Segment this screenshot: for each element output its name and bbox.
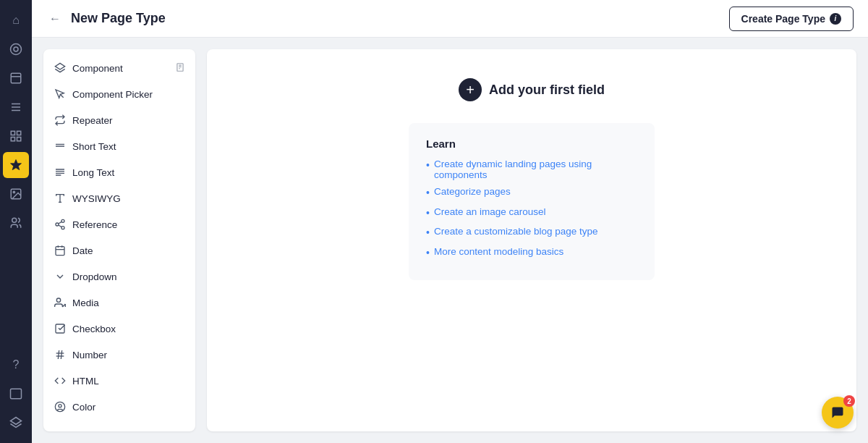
learn-links-list: Create dynamic landing pages using compo… — [426, 159, 637, 260]
svg-rect-34 — [56, 247, 64, 256]
svg-point-12 — [13, 191, 14, 193]
add-field-text: Add your first field — [489, 83, 605, 98]
html-icon — [54, 374, 67, 387]
content-area: Component Component Picker Repeater — [32, 38, 868, 443]
checkbox-icon — [54, 322, 67, 335]
short-text-label: Short Text — [72, 141, 185, 152]
learn-box: Learn Create dynamic landing pages using… — [409, 123, 655, 280]
panel-item-html[interactable]: HTML — [43, 368, 195, 394]
learn-link-2-anchor[interactable]: Categorize pages — [434, 186, 511, 197]
svg-line-33 — [59, 222, 62, 224]
info-icon[interactable]: i — [830, 13, 841, 25]
learn-link-4[interactable]: Create a customizable blog page type — [426, 226, 637, 240]
component-picker-icon — [54, 88, 67, 101]
html-label: HTML — [72, 376, 185, 387]
repeater-label: Repeater — [72, 115, 185, 126]
svg-point-29 — [61, 219, 64, 222]
add-field-plus-icon: + — [459, 78, 482, 101]
svg-marker-15 — [11, 418, 22, 425]
component-picker-label: Component Picker — [72, 89, 185, 100]
panel-item-dropdown[interactable]: Dropdown — [43, 263, 195, 290]
back-button[interactable]: ← — [46, 9, 64, 28]
canvas: + Add your first field Learn Create dyna… — [207, 49, 856, 431]
chat-icon — [830, 405, 845, 420]
add-first-field[interactable]: + Add your first field — [459, 78, 605, 101]
checkbox-label: Checkbox — [72, 324, 185, 334]
color-label: Color — [72, 402, 185, 413]
chat-bubble[interactable]: 2 — [822, 397, 854, 429]
nav-layers[interactable] — [3, 410, 29, 436]
svg-point-30 — [56, 223, 59, 226]
svg-line-32 — [59, 225, 62, 227]
component-right-icon — [175, 62, 185, 75]
learn-link-5[interactable]: More content modeling basics — [426, 246, 637, 261]
long-text-label: Long Text — [72, 167, 185, 178]
chat-badge: 2 — [843, 395, 855, 407]
nav-star[interactable] — [3, 152, 29, 178]
nav-content[interactable] — [3, 36, 29, 62]
create-btn-label: Create Page Type — [741, 13, 825, 25]
reference-label: Reference — [72, 219, 185, 230]
svg-point-45 — [59, 405, 61, 408]
component-label: Component — [72, 63, 169, 74]
main-area: ← New Page Type Create Page Type i Compo… — [32, 0, 868, 443]
nav-pages[interactable] — [3, 65, 29, 91]
learn-link-5-anchor[interactable]: More content modeling basics — [434, 246, 563, 257]
panel-item-media[interactable]: Media — [43, 290, 195, 316]
sidebar-nav: ⌂ ? — [0, 0, 32, 443]
panel-item-long-text[interactable]: Long Text — [43, 159, 195, 185]
learn-link-4-anchor[interactable]: Create a customizable blog page type — [434, 226, 598, 237]
wysiwyg-icon — [54, 192, 67, 205]
nav-users[interactable] — [3, 210, 29, 236]
panel-item-date[interactable]: Date — [43, 237, 195, 263]
panel-item-component[interactable]: Component — [43, 55, 195, 81]
wysiwyg-label: WYSIWYG — [72, 193, 185, 204]
panel-item-wysiwyg[interactable]: WYSIWYG — [43, 185, 195, 211]
nav-grid[interactable] — [3, 123, 29, 149]
svg-point-31 — [61, 227, 64, 229]
panel-item-component-picker[interactable]: Component Picker — [43, 81, 195, 107]
media-icon — [54, 296, 67, 309]
learn-link-2[interactable]: Categorize pages — [426, 186, 637, 201]
short-text-icon — [54, 140, 67, 153]
date-label: Date — [72, 245, 185, 256]
panel-item-number[interactable]: Number — [43, 342, 195, 368]
component-panel: Component Component Picker Repeater — [43, 49, 195, 431]
create-page-type-button[interactable]: Create Page Type i — [729, 7, 854, 31]
svg-point-13 — [12, 218, 17, 222]
svg-line-42 — [58, 350, 59, 359]
learn-link-3[interactable]: Create an image carousel — [426, 206, 637, 221]
panel-item-checkbox[interactable]: Checkbox — [43, 316, 195, 342]
panel-item-reference[interactable]: Reference — [43, 211, 195, 237]
reference-icon — [54, 218, 67, 231]
svg-rect-2 — [11, 73, 21, 83]
svg-line-43 — [61, 350, 61, 359]
number-label: Number — [72, 350, 185, 360]
nav-home[interactable]: ⌂ — [3, 7, 29, 33]
svg-marker-16 — [55, 63, 64, 69]
learn-link-3-anchor[interactable]: Create an image carousel — [434, 206, 546, 217]
dropdown-label: Dropdown — [72, 271, 185, 282]
long-text-icon — [54, 166, 67, 179]
learn-title: Learn — [426, 138, 637, 150]
learn-link-1[interactable]: Create dynamic landing pages using compo… — [426, 159, 637, 180]
panel-item-color[interactable]: Color — [43, 394, 195, 420]
panel-item-short-text[interactable]: Short Text — [43, 133, 195, 159]
nav-list[interactable] — [3, 94, 29, 120]
nav-image[interactable] — [3, 181, 29, 207]
dropdown-icon — [54, 270, 67, 283]
nav-preview[interactable] — [3, 381, 29, 407]
svg-marker-10 — [11, 160, 22, 170]
learn-link-1-anchor[interactable]: Create dynamic landing pages using compo… — [434, 159, 637, 180]
number-icon — [54, 348, 67, 361]
svg-rect-6 — [11, 131, 14, 135]
component-icon — [54, 62, 67, 75]
media-label: Media — [72, 298, 185, 308]
svg-point-0 — [11, 44, 22, 55]
nav-help[interactable]: ? — [3, 352, 29, 378]
color-icon — [54, 400, 67, 413]
page-title: New Page Type — [71, 11, 722, 26]
svg-rect-8 — [11, 138, 14, 141]
svg-rect-9 — [17, 138, 21, 141]
panel-item-repeater[interactable]: Repeater — [43, 107, 195, 133]
